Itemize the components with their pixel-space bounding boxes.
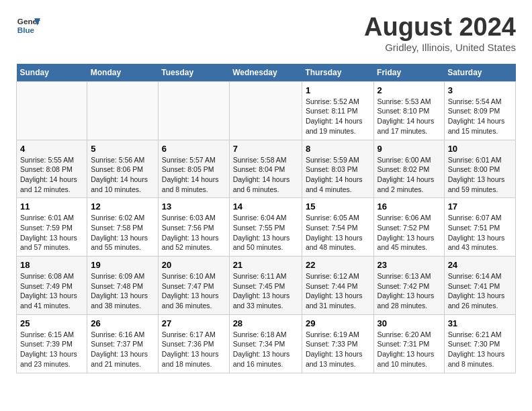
day-info: Sunrise: 6:02 AMSunset: 7:58 PMDaylight:…	[91, 213, 154, 253]
day-cell: 23Sunrise: 6:13 AMSunset: 7:42 PMDayligh…	[373, 257, 444, 315]
logo-icon: General Blue	[16, 13, 40, 38]
calendar-header: SundayMondayTuesdayWednesdayThursdayFrid…	[17, 64, 516, 82]
day-number: 6	[162, 144, 226, 154]
day-number: 23	[378, 260, 441, 270]
day-cell	[158, 81, 229, 140]
column-header-monday: Monday	[87, 64, 159, 82]
day-number: 2	[378, 85, 441, 95]
day-info: Sunrise: 5:59 AMSunset: 8:03 PMDaylight:…	[306, 155, 370, 195]
day-info: Sunrise: 6:07 AMSunset: 7:51 PMDaylight:…	[448, 213, 512, 253]
day-info: Sunrise: 6:14 AMSunset: 7:41 PMDaylight:…	[448, 271, 512, 311]
day-number: 27	[162, 318, 226, 328]
logo: General Blue	[16, 13, 40, 38]
day-info: Sunrise: 6:11 AMSunset: 7:45 PMDaylight:…	[233, 271, 298, 311]
day-cell: 12Sunrise: 6:02 AMSunset: 7:58 PMDayligh…	[87, 198, 159, 257]
day-cell: 16Sunrise: 6:06 AMSunset: 7:52 PMDayligh…	[373, 198, 444, 257]
day-number: 4	[20, 144, 83, 154]
day-info: Sunrise: 6:21 AMSunset: 7:30 PMDaylight:…	[448, 330, 512, 369]
day-info: Sunrise: 6:13 AMSunset: 7:42 PMDaylight:…	[378, 271, 441, 311]
day-number: 22	[306, 260, 370, 270]
column-header-wednesday: Wednesday	[229, 64, 302, 82]
day-number: 18	[20, 260, 83, 270]
day-info: Sunrise: 6:16 AMSunset: 7:37 PMDaylight:…	[91, 330, 154, 369]
day-cell: 5Sunrise: 5:56 AMSunset: 8:06 PMDaylight…	[87, 140, 159, 198]
day-number: 29	[306, 318, 370, 328]
day-cell	[229, 81, 302, 140]
day-number: 10	[448, 144, 512, 154]
page-header: General Blue August 2024 Gridley, Illino…	[16, 13, 516, 53]
day-cell: 20Sunrise: 6:10 AMSunset: 7:47 PMDayligh…	[158, 257, 229, 315]
day-number: 30	[378, 318, 441, 328]
day-cell: 2Sunrise: 5:53 AMSunset: 8:10 PMDaylight…	[373, 81, 444, 140]
day-info: Sunrise: 6:01 AMSunset: 8:00 PMDaylight:…	[448, 155, 512, 195]
day-cell: 24Sunrise: 6:14 AMSunset: 7:41 PMDayligh…	[444, 257, 515, 315]
week-row-1: 1Sunrise: 5:52 AMSunset: 8:11 PMDaylight…	[17, 81, 516, 140]
day-info: Sunrise: 6:08 AMSunset: 7:49 PMDaylight:…	[20, 271, 83, 311]
day-info: Sunrise: 6:12 AMSunset: 7:44 PMDaylight:…	[306, 271, 370, 311]
day-cell: 21Sunrise: 6:11 AMSunset: 7:45 PMDayligh…	[229, 257, 302, 315]
day-cell: 28Sunrise: 6:18 AMSunset: 7:34 PMDayligh…	[229, 314, 302, 373]
day-cell: 9Sunrise: 6:00 AMSunset: 8:02 PMDaylight…	[373, 140, 444, 198]
day-number: 24	[448, 260, 512, 270]
day-info: Sunrise: 6:17 AMSunset: 7:36 PMDaylight:…	[162, 330, 226, 369]
day-info: Sunrise: 6:03 AMSunset: 7:56 PMDaylight:…	[162, 213, 226, 253]
day-number: 28	[233, 318, 298, 328]
day-number: 15	[306, 201, 370, 212]
day-cell	[87, 81, 159, 140]
main-title: August 2024	[364, 13, 516, 42]
column-header-tuesday: Tuesday	[158, 64, 229, 82]
week-row-5: 25Sunrise: 6:15 AMSunset: 7:39 PMDayligh…	[17, 314, 516, 373]
day-info: Sunrise: 6:10 AMSunset: 7:47 PMDaylight:…	[162, 271, 226, 311]
day-info: Sunrise: 6:01 AMSunset: 7:59 PMDaylight:…	[20, 213, 83, 253]
column-header-sunday: Sunday	[17, 64, 87, 82]
day-info: Sunrise: 5:58 AMSunset: 8:04 PMDaylight:…	[233, 155, 298, 195]
day-cell: 4Sunrise: 5:55 AMSunset: 8:08 PMDaylight…	[17, 140, 87, 198]
day-number: 9	[378, 144, 441, 154]
day-number: 31	[448, 318, 512, 328]
column-header-friday: Friday	[373, 64, 444, 82]
day-cell: 1Sunrise: 5:52 AMSunset: 8:11 PMDaylight…	[302, 81, 373, 140]
day-cell: 19Sunrise: 6:09 AMSunset: 7:48 PMDayligh…	[87, 257, 159, 315]
day-cell: 13Sunrise: 6:03 AMSunset: 7:56 PMDayligh…	[158, 198, 229, 257]
day-info: Sunrise: 6:05 AMSunset: 7:54 PMDaylight:…	[306, 213, 370, 253]
calendar-table: SundayMondayTuesdayWednesdayThursdayFrid…	[16, 64, 516, 373]
day-number: 7	[233, 144, 298, 154]
day-number: 25	[20, 318, 83, 328]
day-cell: 29Sunrise: 6:19 AMSunset: 7:33 PMDayligh…	[302, 314, 373, 373]
day-cell: 14Sunrise: 6:04 AMSunset: 7:55 PMDayligh…	[229, 198, 302, 257]
day-info: Sunrise: 5:53 AMSunset: 8:10 PMDaylight:…	[378, 97, 441, 136]
day-info: Sunrise: 6:15 AMSunset: 7:39 PMDaylight:…	[20, 330, 83, 369]
day-info: Sunrise: 5:56 AMSunset: 8:06 PMDaylight:…	[91, 155, 154, 195]
day-number: 11	[20, 201, 83, 212]
subtitle: Gridley, Illinois, United States	[364, 42, 516, 53]
day-info: Sunrise: 6:18 AMSunset: 7:34 PMDaylight:…	[233, 330, 298, 369]
day-number: 13	[162, 201, 226, 212]
day-cell: 11Sunrise: 6:01 AMSunset: 7:59 PMDayligh…	[17, 198, 87, 257]
day-info: Sunrise: 6:00 AMSunset: 8:02 PMDaylight:…	[378, 155, 441, 195]
day-info: Sunrise: 5:52 AMSunset: 8:11 PMDaylight:…	[306, 97, 370, 136]
day-cell: 10Sunrise: 6:01 AMSunset: 8:00 PMDayligh…	[444, 140, 515, 198]
day-info: Sunrise: 6:04 AMSunset: 7:55 PMDaylight:…	[233, 213, 298, 253]
day-info: Sunrise: 6:19 AMSunset: 7:33 PMDaylight:…	[306, 330, 370, 369]
day-number: 21	[233, 260, 298, 270]
day-number: 3	[448, 85, 512, 95]
title-block: August 2024 Gridley, Illinois, United St…	[364, 13, 516, 53]
day-cell: 15Sunrise: 6:05 AMSunset: 7:54 PMDayligh…	[302, 198, 373, 257]
day-cell: 18Sunrise: 6:08 AMSunset: 7:49 PMDayligh…	[17, 257, 87, 315]
day-info: Sunrise: 5:54 AMSunset: 8:09 PMDaylight:…	[448, 97, 512, 136]
day-number: 20	[162, 260, 226, 270]
day-cell: 30Sunrise: 6:20 AMSunset: 7:31 PMDayligh…	[373, 314, 444, 373]
day-number: 26	[91, 318, 154, 328]
day-number: 19	[91, 260, 154, 270]
header-row: SundayMondayTuesdayWednesdayThursdayFrid…	[17, 64, 516, 82]
week-row-2: 4Sunrise: 5:55 AMSunset: 8:08 PMDaylight…	[17, 140, 516, 198]
column-header-thursday: Thursday	[302, 64, 373, 82]
day-cell: 7Sunrise: 5:58 AMSunset: 8:04 PMDaylight…	[229, 140, 302, 198]
calendar-body: 1Sunrise: 5:52 AMSunset: 8:11 PMDaylight…	[17, 81, 516, 373]
day-info: Sunrise: 6:06 AMSunset: 7:52 PMDaylight:…	[378, 213, 441, 253]
day-info: Sunrise: 5:55 AMSunset: 8:08 PMDaylight:…	[20, 155, 83, 195]
day-cell: 26Sunrise: 6:16 AMSunset: 7:37 PMDayligh…	[87, 314, 159, 373]
day-cell: 31Sunrise: 6:21 AMSunset: 7:30 PMDayligh…	[444, 314, 515, 373]
day-cell: 17Sunrise: 6:07 AMSunset: 7:51 PMDayligh…	[444, 198, 515, 257]
week-row-3: 11Sunrise: 6:01 AMSunset: 7:59 PMDayligh…	[17, 198, 516, 257]
